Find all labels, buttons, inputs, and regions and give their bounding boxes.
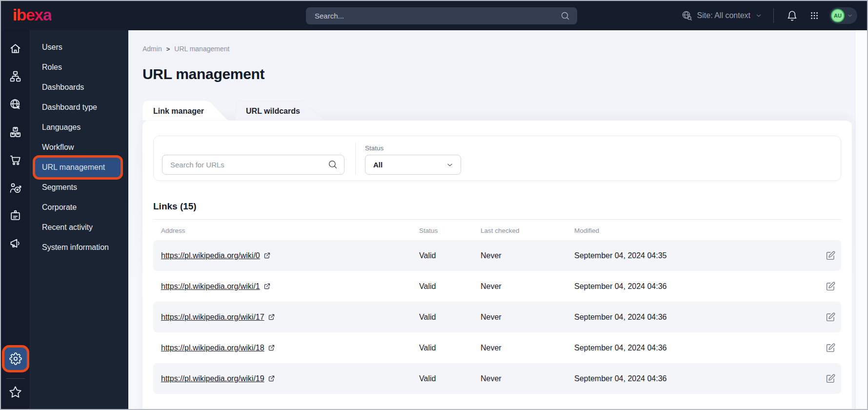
link-manager-panel: Status All Links (15) Address Status Las…: [142, 121, 852, 410]
edit-button[interactable]: [823, 248, 838, 264]
globe-site-icon: [681, 10, 693, 21]
site-context-label: Site: All context: [697, 11, 750, 20]
last-checked-cell: Never: [473, 251, 566, 260]
modified-cell: September 04, 2024 04:36: [566, 344, 820, 352]
corporate-icon[interactable]: [8, 208, 23, 223]
avatar[interactable]: AU: [831, 9, 845, 22]
url-link[interactable]: https://pl.wikipedia.org/wiki/18: [161, 344, 264, 352]
links-heading: Links (15): [153, 201, 841, 212]
star-icon: [9, 386, 22, 399]
sidebar-item-segments[interactable]: Segments: [35, 178, 121, 197]
tab-label: Link manager: [153, 107, 204, 115]
user-menu[interactable]: AU: [829, 7, 857, 24]
modified-cell: September 04, 2024 04:36: [566, 313, 820, 322]
external-link-icon: [263, 283, 271, 290]
column-header-last-checked: Last checked: [473, 227, 566, 234]
tab-link-manager[interactable]: Link manager: [142, 101, 232, 121]
column-header-address: Address: [153, 227, 411, 234]
topbar-divider: [773, 8, 774, 23]
filter-divider: [355, 143, 356, 175]
sidebar-item-url-management[interactable]: URL management: [35, 158, 121, 177]
sidebar-item-roles[interactable]: Roles: [35, 58, 121, 77]
sidebar-item-dashboards[interactable]: Dashboards: [35, 78, 121, 97]
search-icon[interactable]: [327, 159, 338, 170]
status-select[interactable]: All: [365, 155, 461, 175]
icon-rail-top: [8, 41, 23, 264]
scrollbar[interactable]: [855, 30, 867, 409]
site-icon[interactable]: [8, 97, 23, 111]
settings-button[interactable]: [4, 348, 27, 370]
products-icon[interactable]: [8, 124, 23, 139]
table-header: Address Status Last checked Modified: [153, 220, 841, 240]
edit-button[interactable]: [823, 340, 838, 356]
notifications-button[interactable]: [785, 8, 799, 23]
last-checked-cell: Never: [473, 282, 566, 291]
edit-button[interactable]: [823, 371, 838, 387]
chevron-down-icon: [755, 12, 763, 20]
content-tree-icon[interactable]: [8, 69, 23, 83]
app-switcher-button[interactable]: [807, 8, 822, 23]
column-header-modified: Modified: [566, 227, 820, 234]
chevron-down-icon: [445, 161, 454, 169]
home-icon[interactable]: [8, 41, 23, 56]
last-checked-cell: Never: [473, 374, 566, 383]
url-search: [162, 155, 344, 175]
sidebar-item-dashboard-type[interactable]: Dashboard type: [35, 98, 121, 117]
edit-icon: [826, 343, 836, 353]
sidebar-item-system-information[interactable]: System information: [35, 238, 121, 257]
sidebar-item-workflow[interactable]: Workflow: [35, 138, 121, 157]
url-link[interactable]: https://pl.wikipedia.org/wiki/19: [161, 374, 264, 383]
rail-divider: [6, 378, 25, 379]
global-search-input[interactable]: [315, 12, 560, 20]
url-link[interactable]: https://pl.wikipedia.org/wiki/1: [161, 282, 260, 291]
edit-icon: [826, 373, 836, 384]
table-row: https://pl.wikipedia.org/wiki/17 Valid N…: [153, 302, 841, 332]
topbar-right-controls: Site: All context AU: [681, 7, 857, 24]
tab-url-wildcards[interactable]: URL wildcards: [235, 101, 328, 121]
ibexa-logo[interactable]: ibexa: [13, 6, 51, 25]
url-link[interactable]: https://pl.wikipedia.org/wiki/17: [161, 313, 264, 322]
table-row: https://pl.wikipedia.org/wiki/19 Valid N…: [153, 363, 841, 394]
sidebar-item-recent-activity[interactable]: Recent activity: [35, 218, 121, 237]
breadcrumb-item[interactable]: URL management: [174, 45, 229, 53]
sidebar-item-languages[interactable]: Languages: [35, 118, 121, 137]
modified-cell: September 04, 2024 04:36: [566, 282, 820, 291]
breadcrumb: Admin>URL management: [142, 45, 851, 53]
page-title: URL management: [142, 66, 851, 82]
tabs: Link managerURL wildcards: [142, 101, 851, 121]
external-link-icon: [268, 313, 275, 321]
gear-icon: [9, 352, 22, 365]
edit-button[interactable]: [823, 279, 838, 294]
status-selected-value: All: [373, 161, 383, 169]
commerce-icon[interactable]: [8, 152, 23, 167]
table-row: https://pl.wikipedia.org/wiki/0 Valid Ne…: [153, 240, 841, 271]
external-link-icon: [268, 344, 275, 351]
sidebar-item-users[interactable]: Users: [35, 38, 121, 57]
last-checked-cell: Never: [473, 344, 566, 352]
url-search-input[interactable]: [162, 155, 344, 175]
chevron-down-icon: [847, 12, 853, 19]
external-link-icon: [268, 375, 275, 382]
status-label: Status: [365, 144, 461, 152]
main-content: Admin>URL management URL management Link…: [128, 30, 855, 409]
search-icon[interactable]: [560, 11, 570, 21]
personalization-icon[interactable]: [8, 180, 23, 195]
site-context-selector[interactable]: Site: All context: [681, 10, 763, 21]
status-filter: Status All: [365, 144, 461, 175]
global-search[interactable]: [306, 7, 577, 24]
status-cell: Valid: [411, 344, 473, 352]
filter-card: Status All: [153, 136, 841, 181]
breadcrumb-separator: >: [166, 45, 170, 53]
favorites-button[interactable]: [8, 385, 23, 399]
admin-menu: UsersRolesDashboardsDashboard typeLangua…: [30, 30, 128, 409]
status-cell: Valid: [411, 282, 473, 291]
column-header-status: Status: [411, 227, 473, 234]
sidebar-item-corporate[interactable]: Corporate: [35, 198, 121, 217]
marketing-icon[interactable]: [8, 236, 23, 250]
edit-button[interactable]: [823, 309, 838, 325]
icon-rail: [1, 30, 30, 409]
modified-cell: September 04, 2024 04:36: [566, 374, 820, 383]
url-link[interactable]: https://pl.wikipedia.org/wiki/0: [161, 251, 260, 260]
breadcrumb-item[interactable]: Admin: [142, 45, 162, 53]
edit-icon: [826, 312, 836, 322]
